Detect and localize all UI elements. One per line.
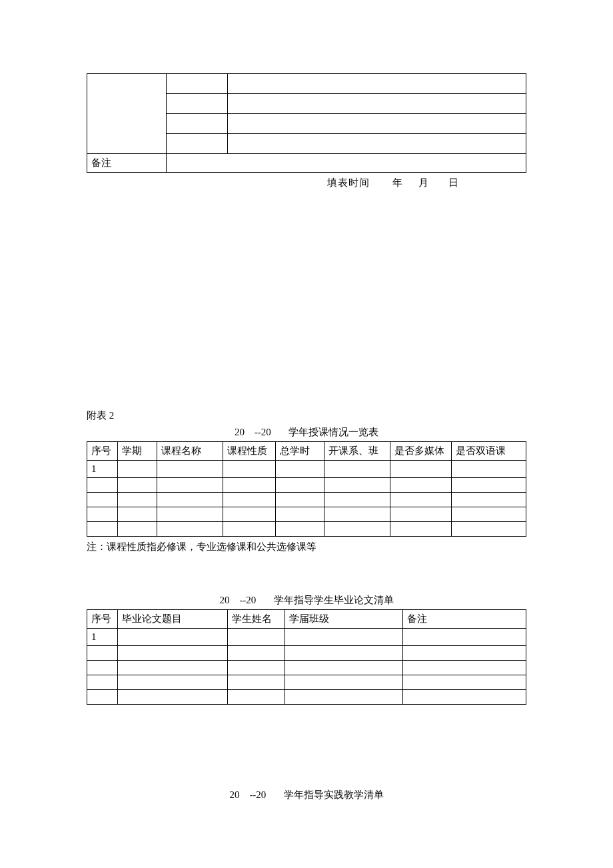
table4-title-suffix: 学年指导实践教学清单	[284, 789, 384, 800]
table-row	[87, 507, 526, 522]
cell	[276, 461, 324, 478]
cell-seq	[87, 690, 118, 705]
cell	[227, 629, 285, 646]
cell	[223, 478, 276, 493]
cell	[390, 478, 451, 493]
th-multimedia: 是否多媒体	[390, 442, 451, 461]
th-hours: 总学时	[276, 442, 324, 461]
cell	[118, 661, 228, 675]
cell	[223, 522, 276, 537]
table-row	[87, 690, 526, 705]
table2-title-suffix: 学年授课情况一览表	[289, 427, 378, 437]
table-row	[87, 675, 526, 690]
cell	[227, 661, 285, 675]
cell	[227, 94, 526, 114]
table-row: 备注	[87, 154, 526, 173]
course-table: 序号 学期 课程名称 课程性质 总学时 开课系、班 是否多媒体 是否双语课 1	[87, 441, 526, 537]
cell-seq	[87, 522, 118, 537]
cell	[451, 493, 526, 507]
cell	[227, 690, 285, 705]
table4-title: 20 --20 学年指导实践教学清单	[87, 789, 526, 801]
cell	[157, 507, 223, 522]
th-student-name: 学生姓名	[227, 610, 285, 629]
cell	[451, 478, 526, 493]
cell	[324, 522, 390, 537]
day-label: 日	[448, 177, 459, 188]
cell-seq: 1	[87, 461, 118, 478]
cell	[390, 461, 451, 478]
cell-seq	[87, 493, 118, 507]
th-course-name: 课程名称	[157, 442, 223, 461]
th-remark: 备注	[403, 610, 526, 629]
cell	[166, 74, 227, 94]
cell	[390, 522, 451, 537]
th-course-type: 课程性质	[223, 442, 276, 461]
cell	[324, 478, 390, 493]
cell	[227, 114, 526, 134]
table3-title-prefix: 20	[219, 595, 229, 605]
table2-title: 20 --20 学年授课情况一览表	[87, 426, 526, 439]
cell-seq	[87, 507, 118, 522]
month-label: 月	[418, 177, 429, 188]
cell	[285, 690, 403, 705]
cell	[390, 507, 451, 522]
table4-title-sep: --20	[249, 789, 266, 800]
cell	[166, 134, 227, 154]
cell	[157, 478, 223, 493]
cell	[324, 493, 390, 507]
table2-title-prefix: 20	[235, 427, 245, 437]
cell	[285, 661, 403, 675]
cell	[390, 493, 451, 507]
cell	[157, 522, 223, 537]
table3-title-suffix: 学年指导学生毕业论文清单	[274, 595, 394, 605]
cell	[403, 629, 526, 646]
cell	[227, 134, 526, 154]
cell	[285, 675, 403, 690]
table3-title-sep: --20	[239, 595, 256, 605]
th-seq: 序号	[87, 610, 118, 629]
cell	[227, 675, 285, 690]
cell	[285, 629, 403, 646]
th-thesis-title: 毕业论文题目	[118, 610, 228, 629]
table-row	[87, 646, 526, 661]
cell	[157, 461, 223, 478]
top-table: 备注	[87, 73, 526, 173]
cell	[403, 661, 526, 675]
cell	[118, 493, 157, 507]
cell	[223, 493, 276, 507]
cell	[118, 629, 228, 646]
cell-seq	[87, 478, 118, 493]
cell	[227, 74, 526, 94]
cell-merged-left	[87, 74, 167, 154]
cell	[276, 522, 324, 537]
th-seq: 序号	[87, 442, 118, 461]
cell	[285, 646, 403, 661]
th-term: 学期	[118, 442, 157, 461]
table2-note: 注：课程性质指必修课，专业选修课和公共选修课等	[87, 541, 526, 553]
cell	[276, 478, 324, 493]
remark-cell	[166, 154, 526, 173]
thesis-table: 序号 毕业论文题目 学生姓名 学届班级 备注 1	[87, 609, 526, 705]
cell	[276, 507, 324, 522]
cell	[223, 461, 276, 478]
date-label: 填表时间	[327, 177, 370, 188]
table-row	[87, 661, 526, 675]
th-class: 学届班级	[285, 610, 403, 629]
table-row: 1	[87, 461, 526, 478]
th-bilingual: 是否双语课	[451, 442, 526, 461]
cell	[118, 675, 228, 690]
cell	[118, 646, 228, 661]
appendix-label: 附表 2	[87, 409, 526, 422]
th-dept-class: 开课系、班	[324, 442, 390, 461]
cell-seq	[87, 675, 118, 690]
table-row	[87, 478, 526, 493]
cell	[223, 507, 276, 522]
cell	[118, 522, 157, 537]
table3-title: 20 --20 学年指导学生毕业论文清单	[87, 594, 526, 607]
cell	[451, 507, 526, 522]
cell	[166, 114, 227, 134]
cell	[276, 493, 324, 507]
cell	[118, 507, 157, 522]
cell	[157, 493, 223, 507]
table2-title-sep: --20	[255, 427, 271, 437]
